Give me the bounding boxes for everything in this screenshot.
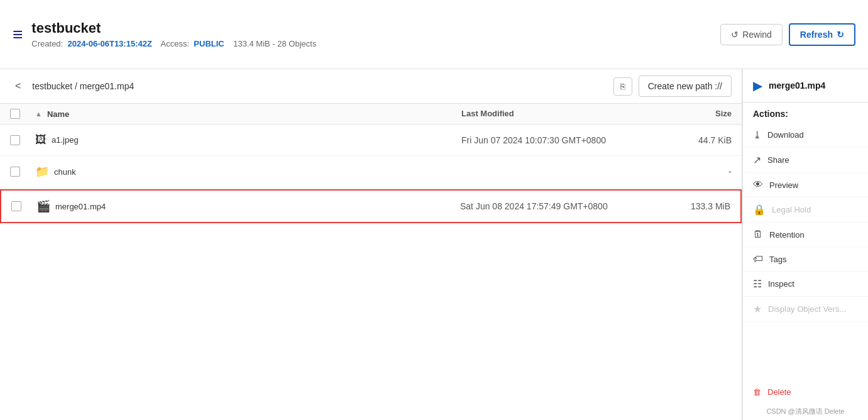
header-name-col: ▲ Name bbox=[35, 109, 461, 119]
row-size-chunk: - bbox=[637, 167, 732, 177]
filename-a1jpeg: a1.jpeg bbox=[52, 135, 79, 145]
display-versions-label: Display Object Vers... bbox=[768, 304, 846, 314]
tags-label: Tags bbox=[769, 255, 786, 264]
path-bar: < testbucket / merge01.mp4 ⎘ Create new … bbox=[0, 69, 742, 104]
filename-merge01mp4: merge01.mp4 bbox=[55, 202, 106, 211]
download-icon: ⤓ bbox=[753, 129, 761, 141]
copy-path-button[interactable]: ⎘ bbox=[613, 77, 632, 96]
file-detail-header: ▶ merge01.mp4 bbox=[743, 69, 868, 102]
row-checkbox-merge01mp4[interactable] bbox=[11, 201, 21, 211]
created-label: Created: bbox=[31, 39, 63, 48]
bucket-meta: Created: 2024-06-06T13:15:42Z Access: PU… bbox=[31, 39, 316, 48]
video-file-icon: 🎬 bbox=[36, 199, 50, 213]
top-bar: ≡ testbucket Created: 2024-06-06T13:15:4… bbox=[0, 0, 868, 69]
rewind-button[interactable]: ↺ Rewind bbox=[720, 24, 783, 45]
row-size-merge01mp4: 133.3 MiB bbox=[636, 201, 730, 211]
retention-action[interactable]: 🗓 Retention bbox=[743, 223, 868, 247]
share-label: Share bbox=[767, 155, 789, 165]
select-all-checkbox[interactable] bbox=[10, 109, 20, 119]
file-panel: < testbucket / merge01.mp4 ⎘ Create new … bbox=[0, 69, 742, 420]
preview-label: Preview bbox=[769, 180, 798, 190]
table-row[interactable]: 🖼 a1.jpeg Fri Jun 07 2024 10:07:30 GMT+0… bbox=[0, 124, 742, 156]
share-icon: ↗ bbox=[753, 154, 761, 166]
right-panel: ▶ merge01.mp4 Actions: ⤓ Download ↗ Shar… bbox=[742, 69, 868, 420]
delete-icon: 🗑 bbox=[753, 387, 761, 397]
row-modified-merge01mp4: Sat Jun 08 2024 17:57:49 GMT+0800 bbox=[460, 201, 636, 211]
top-actions: ↺ Rewind Refresh ↻ bbox=[720, 23, 855, 46]
refresh-label: Refresh bbox=[800, 30, 833, 40]
retention-icon: 🗓 bbox=[753, 229, 763, 240]
row-checkbox-chunk[interactable] bbox=[10, 167, 20, 177]
row-name-a1jpeg: 🖼 a1.jpeg bbox=[35, 133, 461, 146]
bucket-name: testbucket bbox=[31, 20, 316, 36]
rewind-label: Rewind bbox=[742, 30, 772, 40]
table-row[interactable]: 📁 chunk - bbox=[0, 156, 742, 188]
row-checkbox-col bbox=[11, 201, 36, 211]
refresh-button[interactable]: Refresh ↻ bbox=[789, 23, 855, 46]
bucket-icon: ≡ bbox=[13, 25, 23, 45]
image-file-icon: 🖼 bbox=[35, 133, 47, 146]
tags-icon: 🏷 bbox=[753, 253, 763, 265]
table-row-selected[interactable]: 🎬 merge01.mp4 Sat Jun 08 2024 17:57:49 G… bbox=[0, 189, 742, 223]
tags-action[interactable]: 🏷 Tags bbox=[743, 247, 868, 272]
path-text: testbucket / merge01.mp4 bbox=[32, 81, 607, 91]
delete-label: Delete bbox=[767, 387, 791, 397]
row-modified-a1jpeg: Fri Jun 07 2024 10:07:30 GMT+0800 bbox=[461, 135, 637, 145]
inspect-icon: ☷ bbox=[753, 278, 762, 290]
sort-arrow-icon: ▲ bbox=[35, 110, 42, 118]
actions-label: Actions: bbox=[743, 102, 868, 123]
access-value: PUBLIC bbox=[194, 39, 224, 48]
row-checkbox-col bbox=[10, 167, 35, 177]
download-label: Download bbox=[767, 130, 804, 140]
new-path-label: Create new path :// bbox=[648, 81, 722, 91]
watermark: CSDN @清风微语 Delete bbox=[743, 403, 868, 420]
download-action[interactable]: ⤓ Download bbox=[743, 123, 868, 148]
bucket-info: ≡ testbucket Created: 2024-06-06T13:15:4… bbox=[13, 20, 316, 48]
main-layout: < testbucket / merge01.mp4 ⎘ Create new … bbox=[0, 69, 868, 420]
retention-label: Retention bbox=[769, 230, 805, 240]
display-object-versions-action: ★ Display Object Vers... bbox=[743, 297, 868, 322]
storage-info: 133.4 MiB - 28 Objects bbox=[233, 39, 316, 48]
header-size-col: Size bbox=[637, 109, 732, 119]
detail-video-icon: ▶ bbox=[753, 78, 762, 93]
row-name-chunk: 📁 chunk bbox=[35, 165, 461, 179]
rewind-icon: ↺ bbox=[731, 30, 739, 40]
header-modified-col: Last Modified bbox=[461, 109, 637, 119]
back-button[interactable]: < bbox=[10, 78, 26, 94]
create-new-path-button[interactable]: Create new path :// bbox=[639, 75, 732, 97]
col-name-label: Name bbox=[47, 109, 69, 119]
row-name-merge01mp4: 🎬 merge01.mp4 bbox=[36, 199, 460, 213]
legal-hold-label: Legal Hold bbox=[772, 205, 811, 214]
folder-icon: 📁 bbox=[35, 165, 49, 179]
access-label: Access: bbox=[161, 39, 190, 48]
filename-chunk: chunk bbox=[54, 167, 76, 177]
header-checkbox-col bbox=[10, 109, 35, 119]
legal-hold-icon: 🔒 bbox=[753, 204, 766, 216]
row-size-a1jpeg: 44.7 KiB bbox=[637, 135, 732, 145]
delete-action[interactable]: 🗑 Delete bbox=[743, 381, 868, 403]
bucket-details: testbucket Created: 2024-06-06T13:15:42Z… bbox=[31, 20, 316, 48]
table-header: ▲ Name Last Modified Size bbox=[0, 104, 742, 124]
preview-icon: 👁 bbox=[753, 179, 763, 191]
inspect-label: Inspect bbox=[768, 279, 794, 289]
legal-hold-action: 🔒 Legal Hold bbox=[743, 197, 868, 223]
created-value: 2024-06-06T13:15:42Z bbox=[67, 39, 151, 48]
preview-action[interactable]: 👁 Preview bbox=[743, 173, 868, 197]
copy-icon: ⎘ bbox=[620, 82, 625, 91]
table-body: 🖼 a1.jpeg Fri Jun 07 2024 10:07:30 GMT+0… bbox=[0, 124, 742, 224]
detail-filename: merge01.mp4 bbox=[769, 80, 825, 91]
refresh-icon: ↻ bbox=[837, 30, 844, 40]
row-checkbox-col bbox=[10, 135, 35, 145]
inspect-action[interactable]: ☷ Inspect bbox=[743, 272, 868, 297]
display-versions-icon: ★ bbox=[753, 303, 762, 315]
row-checkbox-a1jpeg[interactable] bbox=[10, 135, 20, 145]
share-action[interactable]: ↗ Share bbox=[743, 148, 868, 173]
